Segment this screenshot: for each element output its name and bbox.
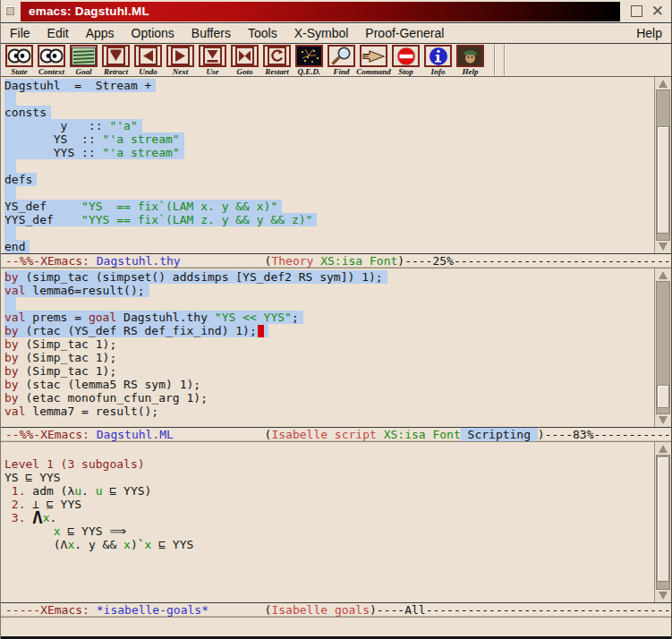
scrollbar-trough[interactable]: [656, 455, 670, 590]
script-modeline[interactable]: --%%-XEmacs: Dagstuhl.ML (Isabelle scrip…: [1, 427, 671, 442]
toolbar-button-label: State: [11, 67, 28, 76]
scroll-down-icon[interactable]: [656, 590, 670, 601]
titlebar-gradient: emacs: Dagstuhl.ML: [21, 2, 620, 21]
titlebar[interactable]: emacs: Dagstuhl.ML ✕: [1, 0, 671, 23]
toolbar-button-qed[interactable]: Q.E.D.: [293, 45, 325, 75]
menu-item-options[interactable]: Options: [132, 26, 174, 40]
toolbar-button-label: Find: [333, 67, 349, 76]
buffer-line[interactable]: val lemma6=result();: [4, 284, 654, 297]
buffer-line[interactable]: consts: [4, 106, 654, 119]
buffer-line[interactable]: defs: [4, 173, 654, 186]
scrollbar-thumb[interactable]: [657, 385, 669, 408]
goals-scrollbar[interactable]: [654, 442, 671, 602]
highlighted-region: defs: [4, 173, 37, 186]
toolbar: StateContextGoalRetractUndoNextUseGotoRe…: [1, 44, 671, 77]
highlighted-region: val prems = goal Dagstuhl.thy "YS << YYS…: [4, 311, 303, 324]
buffer-line[interactable]: [4, 226, 654, 240]
menu-item-edit[interactable]: Edit: [47, 26, 69, 40]
buffer-line[interactable]: val lemma7 = result();: [4, 405, 654, 418]
buffer-line[interactable]: YYS :: "'a stream": [4, 146, 654, 159]
text-cursor: [258, 325, 264, 337]
scrollbar-trough[interactable]: [656, 89, 670, 241]
buffer-line[interactable]: by (stac (lemma5 RS sym) 1);: [4, 378, 654, 391]
toolbar-button-goto[interactable]: Goto: [229, 45, 260, 75]
goal-picture-icon: [70, 45, 98, 67]
scrollbar-thumb[interactable]: [657, 126, 669, 234]
toolbar-button-next[interactable]: Next: [165, 45, 196, 75]
toolbar-button-help[interactable]: Help: [455, 45, 486, 75]
buffer-line[interactable]: by (simp_tac (simpset() addsimps [YS_def…: [4, 270, 654, 284]
menu-item-tools[interactable]: Tools: [248, 26, 277, 40]
toolbar-button-state[interactable]: State: [4, 45, 35, 75]
maximize-icon[interactable]: [631, 5, 642, 17]
window-menu-icon[interactable]: [6, 7, 14, 15]
goals-buffer[interactable]: Level 1 (3 subgoals)YS ⊑ YYS 1. adm (λu.…: [1, 442, 654, 602]
toolbar-button-goal[interactable]: Goal: [68, 45, 99, 75]
buffer-line[interactable]: by (Simp_tac 1);: [4, 351, 654, 364]
menu-item-proof-general[interactable]: Proof-General: [365, 26, 444, 40]
buffer-line[interactable]: by (rtac (YS_def RS def_fix_ind) 1);: [4, 324, 654, 337]
buffer-line[interactable]: [4, 186, 654, 200]
buffer-line[interactable]: YYS_def "YYS == fix`(LAM z. y && y && z)…: [4, 213, 654, 226]
buffer-line[interactable]: (Λx. y && x)`x ⊑ YYS: [4, 538, 654, 551]
buffer-line[interactable]: [4, 297, 654, 311]
menu-item-apps[interactable]: Apps: [86, 26, 115, 40]
highlighted-region: val lemma6=result();: [4, 284, 149, 297]
buffer-line[interactable]: Level 1 (3 subgoals): [4, 457, 654, 471]
menu-item-x-symbol[interactable]: X-Symbol: [294, 26, 349, 40]
toolbar-button-retract[interactable]: Retract: [100, 45, 132, 75]
scroll-up-icon[interactable]: [656, 443, 670, 455]
toolbar-separator: [504, 45, 506, 75]
toolbar-button-command[interactable]: Command: [358, 45, 389, 75]
close-icon[interactable]: ✕: [651, 5, 666, 17]
buffer-line[interactable]: Dagstuhl = Stream +: [4, 79, 654, 92]
goals-modeline[interactable]: -----XEmacs: *isabelle-goals* (Isabelle …: [1, 602, 671, 618]
scroll-down-icon[interactable]: [656, 414, 670, 426]
buffer-line[interactable]: x ⊑ YYS ⟹: [4, 524, 654, 538]
theory-buffer[interactable]: Dagstuhl = Stream + consts y :: "'a" YS …: [1, 77, 654, 253]
scroll-up-icon[interactable]: [656, 269, 670, 281]
menu-item-help[interactable]: Help: [636, 26, 662, 40]
minibuffer-echo-area[interactable]: [1, 618, 671, 636]
highlighted-region: end: [4, 240, 30, 253]
buffer-line[interactable]: by (Simp_tac 1);: [4, 337, 654, 351]
toolbar-button-use[interactable]: Use: [197, 45, 228, 75]
menu-item-file[interactable]: File: [10, 26, 30, 40]
xemacs-window: emacs: Dagstuhl.ML ✕ FileEditAppsOptions…: [0, 0, 672, 639]
pointing-hand-icon: [360, 45, 387, 67]
buffer-line[interactable]: [4, 444, 654, 457]
buffer-line[interactable]: end: [4, 240, 654, 253]
toolbar-button-context[interactable]: Context: [36, 45, 67, 75]
toolbar-button-stop[interactable]: Stop: [390, 45, 421, 75]
highlighted-region: consts: [4, 106, 51, 119]
highlighted-region: y :: "'a": [4, 119, 142, 132]
buffer-line[interactable]: val prems = goal Dagstuhl.thy "YS << YYS…: [4, 311, 654, 324]
buffer-line[interactable]: [4, 92, 654, 106]
buffer-line[interactable]: YS_def "YS == fix`(LAM x. y && x)": [4, 200, 654, 213]
scroll-up-icon[interactable]: [656, 78, 670, 89]
buffer-line[interactable]: YS ⊑ YYS: [4, 471, 654, 484]
buffer-line[interactable]: [4, 159, 654, 173]
buffer-line[interactable]: by (etac monofun_cfun_arg 1);: [4, 391, 654, 405]
toolbar-button-info[interactable]: Info: [422, 45, 454, 75]
buffer-line[interactable]: 2. ⊥ ⊑ YYS: [4, 498, 654, 511]
toolbar-button-find[interactable]: Find: [326, 45, 357, 75]
menu-item-buffers[interactable]: Buffers: [191, 26, 231, 40]
scroll-down-icon[interactable]: [656, 241, 670, 252]
script-scrollbar[interactable]: [654, 268, 671, 427]
scrollbar-trough[interactable]: [656, 281, 670, 414]
toolbar-button-label: Retract: [104, 67, 128, 76]
script-buffer[interactable]: by (simp_tac (simpset() addsimps [YS_def…: [1, 268, 654, 427]
buffer-line[interactable]: y :: "'a": [4, 119, 654, 132]
toolbar-button-undo[interactable]: Undo: [132, 45, 164, 75]
buffer-line[interactable]: by (Simp_tac 1);: [4, 364, 654, 378]
toolbar-button-restart[interactable]: Restart: [261, 45, 293, 75]
theory-modeline[interactable]: --%%-XEmacs: Dagstuhl.thy (Theory XS:isa…: [1, 253, 671, 268]
scrollbar-thumb[interactable]: [657, 456, 669, 582]
toolbar-button-label: Next: [173, 67, 189, 76]
buffer-line[interactable]: 3. Λx.: [4, 511, 654, 524]
buffer-line[interactable]: 1. adm (λu. u ⊑ YYS): [4, 484, 654, 498]
highlighted-region: YS_def "YS == fix`(LAM x. y && x)": [4, 200, 282, 213]
theory-scrollbar[interactable]: [654, 77, 671, 253]
buffer-line[interactable]: YS :: "'a stream": [4, 132, 654, 146]
